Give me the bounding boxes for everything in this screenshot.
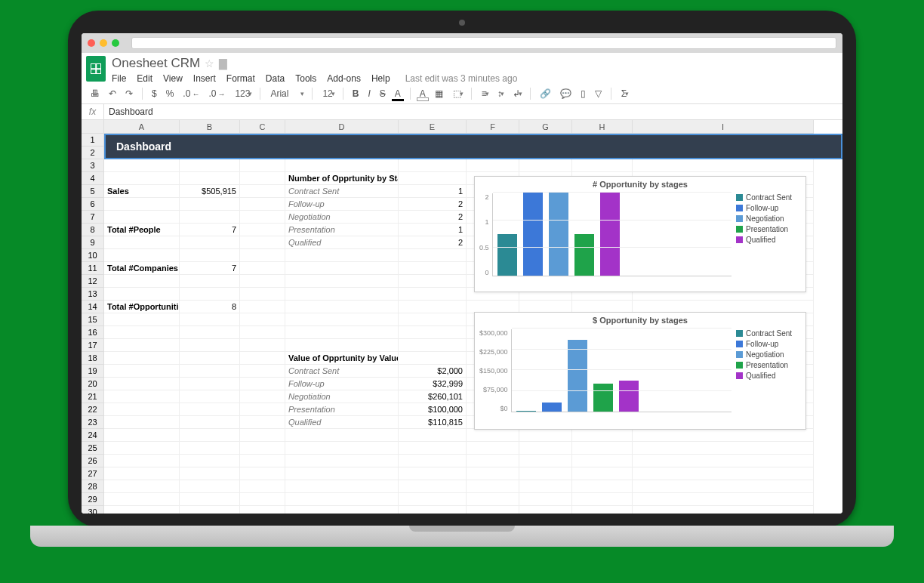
cell-b27[interactable] bbox=[180, 467, 240, 480]
row-header[interactable]: 15 bbox=[82, 313, 104, 326]
col-header-c[interactable]: C bbox=[240, 120, 285, 134]
cell-e16[interactable] bbox=[399, 326, 467, 339]
cell-e14[interactable] bbox=[399, 301, 467, 313]
window-close-icon[interactable] bbox=[88, 39, 95, 47]
cell-i29[interactable] bbox=[633, 493, 814, 506]
cell-e29[interactable] bbox=[399, 493, 467, 506]
cell-c26[interactable] bbox=[240, 455, 285, 467]
comment-icon[interactable]: 💬 bbox=[557, 87, 574, 100]
cell-a19[interactable] bbox=[104, 365, 180, 378]
cell-a17[interactable] bbox=[104, 339, 180, 352]
cell-b30[interactable] bbox=[180, 506, 240, 514]
font-size-dropdown[interactable]: 12 bbox=[319, 86, 336, 101]
cell-e7[interactable]: 2 bbox=[399, 211, 467, 224]
cell-d4[interactable]: Number of Opprtunity by Stage bbox=[285, 172, 399, 185]
menu-tools[interactable]: Tools bbox=[295, 73, 316, 84]
row-header[interactable]: 19 bbox=[82, 365, 104, 378]
cell-g26[interactable] bbox=[519, 455, 572, 467]
cell-e19[interactable]: $2,000 bbox=[399, 365, 467, 378]
cell-d13[interactable] bbox=[285, 288, 399, 301]
folder-icon[interactable]: ▇ bbox=[219, 57, 227, 69]
cell-d29[interactable] bbox=[285, 493, 399, 506]
cell-d16[interactable] bbox=[285, 326, 399, 339]
cell-e13[interactable] bbox=[399, 288, 467, 301]
cell-a8[interactable]: Total #People bbox=[104, 224, 180, 236]
cell-a10[interactable] bbox=[104, 249, 180, 262]
cell-a20[interactable] bbox=[104, 378, 180, 390]
cell-c21[interactable] bbox=[240, 390, 285, 403]
strike-button[interactable]: S bbox=[377, 87, 389, 100]
chart-opportunity-by-stages-count[interactable]: # Opportunity by stages 210.50 Contract … bbox=[474, 176, 806, 292]
cell-b29[interactable] bbox=[180, 493, 240, 506]
cell-h30[interactable] bbox=[572, 506, 633, 514]
cell-i26[interactable] bbox=[633, 455, 814, 467]
cell-b11[interactable]: 7 bbox=[180, 262, 240, 275]
cell-d19[interactable]: Contract Sent bbox=[285, 365, 399, 378]
cell-b4[interactable] bbox=[180, 172, 240, 185]
format-percent-button[interactable]: % bbox=[163, 87, 177, 100]
cell-c27[interactable] bbox=[240, 467, 285, 480]
row-header[interactable]: 4 bbox=[82, 172, 104, 185]
cell-c4[interactable] bbox=[240, 172, 285, 185]
row-header[interactable]: 6 bbox=[82, 198, 104, 211]
cell-d23[interactable]: Qualified bbox=[285, 416, 399, 429]
cell-c16[interactable] bbox=[240, 326, 285, 339]
sheets-logo-icon[interactable] bbox=[86, 56, 106, 82]
cell-e17[interactable] bbox=[399, 339, 467, 352]
cell-i3[interactable] bbox=[633, 159, 814, 172]
cell-h27[interactable] bbox=[572, 467, 633, 480]
formula-input[interactable]: Dashboard bbox=[104, 104, 842, 119]
cell-i25[interactable] bbox=[633, 442, 814, 455]
cell-d8[interactable]: Presentation bbox=[285, 224, 399, 236]
functions-dropdown[interactable]: Σ bbox=[618, 86, 630, 101]
link-icon[interactable]: 🔗 bbox=[537, 87, 554, 100]
cell-c6[interactable] bbox=[240, 198, 285, 211]
cell-e5[interactable]: 1 bbox=[399, 185, 467, 198]
cell-e20[interactable]: $32,999 bbox=[399, 378, 467, 390]
cell-a25[interactable] bbox=[104, 442, 180, 455]
cell-d21[interactable]: Negotiation bbox=[285, 390, 399, 403]
cell-g24[interactable] bbox=[519, 429, 572, 442]
chart-icon[interactable]: ▯ bbox=[578, 87, 589, 100]
row-header[interactable]: 23 bbox=[82, 416, 104, 429]
cell-d5[interactable]: Contract Sent bbox=[285, 185, 399, 198]
col-header-b[interactable]: B bbox=[180, 120, 240, 134]
cell-c30[interactable] bbox=[240, 506, 285, 514]
cell-a9[interactable] bbox=[104, 236, 180, 249]
cell-c24[interactable] bbox=[240, 429, 285, 442]
cell-f3[interactable] bbox=[467, 159, 519, 172]
cell-d6[interactable]: Follow-up bbox=[285, 198, 399, 211]
cell-i30[interactable] bbox=[633, 506, 814, 514]
cell-b21[interactable] bbox=[180, 390, 240, 403]
doc-title[interactable]: Onesheet CRM bbox=[112, 56, 200, 71]
cell-i28[interactable] bbox=[633, 480, 814, 493]
col-header-h[interactable]: H bbox=[572, 120, 633, 134]
menu-view[interactable]: View bbox=[163, 73, 183, 84]
row-header[interactable]: 8 bbox=[82, 224, 104, 236]
v-align-dropdown[interactable]: ↕ bbox=[494, 86, 506, 101]
cell-e15[interactable] bbox=[399, 313, 467, 326]
cell-c8[interactable] bbox=[240, 224, 285, 236]
format-currency-button[interactable]: $ bbox=[149, 87, 160, 100]
row-header[interactable]: 18 bbox=[82, 352, 104, 365]
cell-d18[interactable]: Value of Opprtunity by Value bbox=[285, 352, 399, 365]
row-header[interactable]: 24 bbox=[82, 429, 104, 442]
row-header[interactable]: 14 bbox=[82, 301, 104, 313]
window-minimize-icon[interactable] bbox=[100, 39, 107, 47]
cell-f30[interactable] bbox=[467, 506, 519, 514]
row-header[interactable]: 21 bbox=[82, 390, 104, 403]
row-header[interactable]: 7 bbox=[82, 211, 104, 224]
inc-decimal-button[interactable]: .0→ bbox=[205, 87, 228, 100]
cell-e22[interactable]: $100,000 bbox=[399, 403, 467, 416]
menu-insert[interactable]: Insert bbox=[193, 73, 216, 84]
cell-b28[interactable] bbox=[180, 480, 240, 493]
menu-file[interactable]: File bbox=[112, 73, 126, 84]
cell-e8[interactable]: 1 bbox=[399, 224, 467, 236]
cell-c19[interactable] bbox=[240, 365, 285, 378]
cell-f26[interactable] bbox=[467, 455, 519, 467]
cell-c18[interactable] bbox=[240, 352, 285, 365]
cell-g25[interactable] bbox=[519, 442, 572, 455]
cell-d20[interactable]: Follow-up bbox=[285, 378, 399, 390]
cell-a3[interactable] bbox=[104, 159, 180, 172]
cell-a29[interactable] bbox=[104, 493, 180, 506]
